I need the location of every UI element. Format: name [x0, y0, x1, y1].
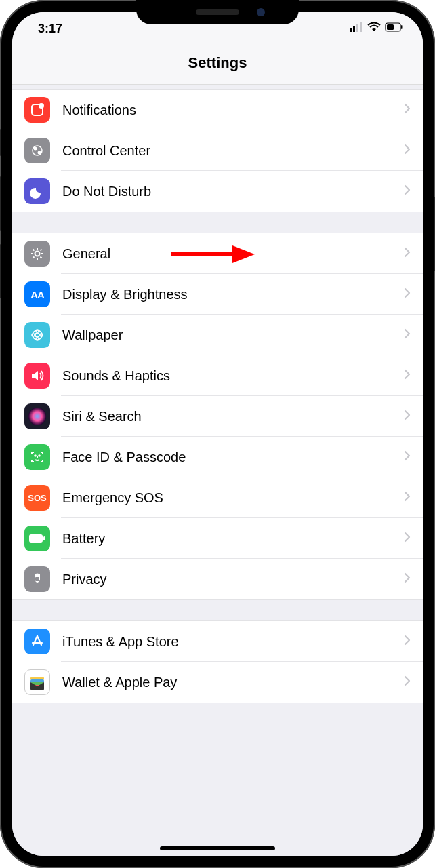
screen: 3:17 Settings NotificationsControl Cente… [12, 12, 423, 856]
svg-point-11 [38, 151, 41, 155]
svg-rect-34 [35, 577, 39, 581]
svg-point-10 [34, 147, 37, 151]
svg-point-27 [32, 334, 35, 336]
svg-rect-0 [350, 28, 352, 32]
home-indicator[interactable] [160, 846, 275, 850]
sos-icon: SOS [24, 485, 50, 511]
chevron-right-icon [404, 369, 411, 382]
control-center-icon [24, 138, 50, 163]
wallpaper-icon [24, 322, 50, 348]
chevron-right-icon [404, 532, 411, 545]
chevron-right-icon [404, 635, 411, 648]
display-icon: AA [24, 281, 50, 307]
chevron-right-icon [404, 288, 411, 301]
siri-icon [24, 403, 50, 429]
svg-rect-1 [353, 26, 355, 32]
svg-point-24 [35, 333, 39, 337]
svg-line-19 [33, 257, 35, 258]
svg-rect-2 [356, 24, 358, 32]
row-label: Do Not Disturb [62, 184, 404, 199]
chevron-right-icon [404, 328, 411, 342]
settings-row-wallet-apple-pay[interactable]: Wallet & Apple Pay [12, 662, 423, 703]
settings-row-wallpaper[interactable]: Wallpaper [12, 315, 423, 355]
settings-row-do-not-disturb[interactable]: Do Not Disturb [12, 171, 423, 212]
battery-icon [24, 526, 50, 551]
notch [136, 0, 299, 24]
row-label: Wallpaper [62, 328, 404, 343]
row-label: Wallet & Apple Pay [62, 675, 404, 690]
status-time: 3:17 [31, 22, 62, 36]
chevron-right-icon [404, 144, 411, 157]
svg-point-28 [40, 334, 43, 336]
svg-rect-3 [360, 22, 362, 32]
svg-rect-33 [43, 536, 45, 540]
svg-rect-32 [29, 534, 43, 542]
device-frame: 3:17 Settings NotificationsControl Cente… [0, 0, 435, 868]
notifications-icon [24, 97, 50, 123]
row-label: Display & Brightness [62, 287, 404, 302]
svg-line-20 [41, 250, 42, 251]
row-label: Privacy [62, 572, 404, 587]
chevron-right-icon [404, 450, 411, 464]
chevron-right-icon [404, 103, 411, 117]
chevron-right-icon [404, 572, 411, 586]
chevron-right-icon [404, 410, 411, 423]
chevron-right-icon [404, 675, 411, 689]
svg-rect-5 [387, 24, 394, 30]
settings-list[interactable]: NotificationsControl CenterDo Not Distur… [12, 85, 423, 856]
chevron-right-icon [404, 491, 411, 505]
svg-point-8 [39, 103, 44, 108]
settings-row-itunes-app-store[interactable]: iTunes & App Store [12, 621, 423, 662]
page-title: Settings [12, 45, 423, 85]
svg-point-25 [36, 330, 39, 332]
row-label: Battery [62, 531, 404, 547]
faceid-icon [24, 444, 50, 470]
settings-row-control-center[interactable]: Control Center [12, 130, 423, 171]
appstore-icon [24, 629, 50, 654]
svg-point-30 [35, 455, 36, 456]
chevron-right-icon [404, 184, 411, 198]
svg-rect-6 [401, 25, 403, 29]
chevron-right-icon [404, 247, 411, 260]
svg-line-18 [41, 257, 42, 258]
settings-row-display-brightness[interactable]: AADisplay & Brightness [12, 274, 423, 315]
svg-point-26 [36, 338, 39, 340]
general-icon [24, 241, 50, 267]
settings-row-privacy[interactable]: Privacy [12, 559, 423, 599]
settings-group: NotificationsControl CenterDo Not Distur… [12, 89, 423, 212]
settings-row-emergency-sos[interactable]: SOSEmergency SOS [12, 477, 423, 518]
settings-row-face-id-passcode[interactable]: Face ID & Passcode [12, 437, 423, 477]
settings-group: GeneralAADisplay & BrightnessWallpaperSo… [12, 233, 423, 600]
status-indicators [350, 22, 404, 35]
do-not-disturb-icon [24, 178, 50, 204]
settings-row-general[interactable]: General [12, 233, 423, 274]
row-label: Face ID & Passcode [62, 450, 404, 465]
row-label: Control Center [62, 143, 404, 159]
battery-icon [385, 22, 404, 35]
privacy-icon [24, 566, 50, 592]
settings-group: iTunes & App StoreWallet & Apple Pay [12, 620, 423, 703]
row-label: Siri & Search [62, 409, 404, 425]
settings-row-sounds-haptics[interactable]: Sounds & Haptics [12, 355, 423, 396]
svg-marker-22 [232, 245, 255, 263]
annotation-arrow [168, 243, 256, 269]
settings-row-siri-search[interactable]: Siri & Search [12, 396, 423, 437]
settings-row-battery[interactable]: Battery [12, 518, 423, 559]
settings-row-notifications[interactable]: Notifications [12, 90, 423, 130]
sounds-icon [24, 363, 50, 389]
svg-point-31 [39, 455, 40, 456]
row-label: Emergency SOS [62, 490, 404, 506]
svg-point-23 [33, 330, 42, 340]
row-label: Notifications [62, 102, 404, 118]
wifi-icon [367, 22, 381, 35]
svg-rect-9 [33, 146, 42, 155]
svg-point-12 [35, 252, 40, 256]
svg-point-29 [28, 408, 46, 425]
cellular-icon [350, 22, 363, 35]
row-label: Sounds & Haptics [62, 368, 404, 384]
wallet-icon [24, 669, 50, 695]
svg-line-17 [33, 250, 35, 251]
row-label: iTunes & App Store [62, 634, 404, 650]
